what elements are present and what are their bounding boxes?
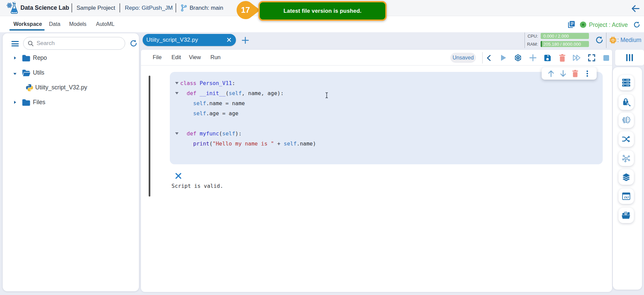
stop-button[interactable]	[602, 53, 610, 62]
code-token: (	[219, 130, 222, 137]
machine-size-label: : Medium	[617, 37, 641, 44]
caret-right-icon[interactable]	[13, 100, 17, 104]
run-button[interactable]	[499, 53, 508, 62]
git-branch-icon	[181, 4, 187, 11]
code-line[interactable]: self.age = age	[180, 109, 316, 119]
fold-caret-icon[interactable]	[175, 132, 179, 135]
code-token	[180, 140, 193, 147]
tree-item-utils[interactable]: Utils	[3, 66, 139, 80]
ml-models-button[interactable]	[618, 113, 634, 128]
code-line[interactable]: print("Hello my name is " + self.name)	[180, 139, 316, 149]
code-token: :	[232, 80, 235, 86]
code-block[interactable]: class Person_V11: def __init__(self, nam…	[180, 78, 316, 149]
menu-view[interactable]: View	[189, 54, 201, 60]
file-explorer-sidebar: Repo Utils Utiity_script_V32.py Files	[3, 33, 139, 291]
datasets-button[interactable]	[618, 75, 634, 90]
code-cell[interactable]: class Person_V11: def __init__(self, nam…	[170, 72, 603, 164]
secrets-button[interactable]	[618, 94, 634, 110]
code-line[interactable]: def __init__(self, name, age):	[180, 88, 316, 98]
menu-run[interactable]: Run	[210, 54, 220, 60]
project-status-label: Project : Active	[589, 22, 628, 29]
save-state-badge: Unsaved	[450, 53, 476, 63]
ram-usage-value: 205.180 / 8000.000	[543, 42, 581, 47]
menu-file[interactable]: File	[153, 54, 162, 60]
new-tab-plus-icon[interactable]	[242, 37, 249, 44]
sidebar-refresh-icon[interactable]	[130, 40, 137, 47]
code-token: +	[274, 140, 284, 147]
code-token: self	[193, 110, 206, 117]
project-files-button[interactable]	[618, 208, 634, 223]
code-token: "Hello my name is "	[212, 140, 274, 147]
search-box[interactable]	[23, 37, 125, 50]
editor-toolbar: File Edit View Run Unsaved	[141, 50, 612, 66]
code-line[interactable]: self.name = name	[180, 98, 316, 109]
cpu-usage-bar: 0.000 / 2.000	[541, 33, 589, 39]
move-cell-down-icon[interactable]	[559, 70, 567, 77]
nav-tab-models[interactable]: Models	[69, 21, 87, 27]
tree-item-repo[interactable]: Repo	[3, 51, 139, 66]
pipelines-button[interactable]	[618, 151, 634, 166]
save-button[interactable]	[543, 53, 552, 62]
menu-edit[interactable]: Edit	[171, 54, 181, 60]
project-status-dot	[580, 22, 586, 28]
tree-item-python-file[interactable]: Utiity_script_V32.py	[3, 80, 139, 95]
hamburger-menu-icon[interactable]	[11, 41, 19, 46]
project-refresh-icon[interactable]	[633, 21, 640, 28]
code-line[interactable]: class Person_V11:	[180, 78, 316, 88]
lock-key-icon	[622, 98, 631, 107]
code-line[interactable]: def myfunc(self):	[180, 129, 316, 139]
code-token	[196, 80, 200, 86]
ram-usage-bar: 205.180 / 8000.000	[541, 41, 589, 47]
divider	[606, 33, 606, 48]
fold-caret-icon[interactable]	[175, 92, 179, 94]
ram-label: RAM:	[525, 42, 538, 47]
shuffle-button[interactable]	[618, 131, 634, 147]
code-token: , name, age):	[242, 90, 284, 96]
delete-button[interactable]	[558, 53, 566, 62]
fold-caret-icon[interactable]	[175, 82, 179, 84]
tree-item-files[interactable]: Files	[3, 95, 139, 110]
code-token: self	[193, 100, 206, 107]
code-token: (	[209, 140, 213, 147]
editor-panel: File Edit View Run Unsaved	[141, 50, 612, 292]
back-arrow-icon[interactable]	[631, 5, 640, 12]
layers-icon	[622, 173, 631, 181]
tab-close-icon[interactable]	[227, 37, 232, 42]
shuffle-icon	[622, 135, 631, 143]
fullscreen-button[interactable]	[587, 53, 596, 62]
caret-right-icon[interactable]	[13, 56, 17, 60]
delete-cell-icon[interactable]	[572, 70, 579, 77]
code-line[interactable]	[180, 119, 316, 129]
text-cursor	[325, 92, 329, 98]
versions-icon[interactable]	[567, 20, 575, 29]
validate-button[interactable]	[513, 53, 522, 62]
resource-monitor: CPU: 0.000 / 2.000 RAM: 205.180 / 8000.0…	[525, 32, 644, 50]
nav-tab-workspace[interactable]: Workspace	[13, 21, 42, 27]
resource-refresh-icon[interactable]	[595, 36, 603, 44]
layout-columns-panel	[615, 50, 644, 66]
open-file-tab[interactable]: Utiity_script_V32.py	[143, 34, 236, 46]
functions-button[interactable]: (x)	[618, 188, 634, 204]
nav-tab-data[interactable]: Data	[49, 21, 60, 27]
code-token: __init__	[200, 90, 226, 96]
navigate-back-button[interactable]	[484, 53, 493, 62]
run-all-button[interactable]	[573, 53, 581, 62]
search-input[interactable]	[37, 40, 114, 47]
code-token: .name)	[297, 140, 316, 147]
move-cell-up-icon[interactable]	[547, 70, 555, 77]
toast-notification: Latest file version is pushed.	[258, 1, 387, 21]
columns-icon[interactable]	[626, 54, 633, 61]
nav-tab-automl[interactable]: AutoML	[96, 21, 114, 27]
clear-output-icon[interactable]	[175, 173, 182, 179]
branch-name: Branch: main	[190, 5, 223, 11]
cell-more-options-icon[interactable]	[584, 70, 591, 77]
code-token: .name = name	[206, 100, 245, 107]
caret-down-icon[interactable]	[13, 72, 17, 76]
layers-button[interactable]	[618, 169, 634, 185]
add-cell-button[interactable]	[529, 53, 537, 62]
ram-usage-fill	[541, 41, 542, 47]
cpu-chip-icon	[609, 36, 617, 44]
right-tool-rail: (x)	[613, 67, 642, 290]
cpu-usage-value: 0.000 / 2.000	[543, 34, 569, 39]
cpu-label: CPU:	[525, 34, 538, 39]
